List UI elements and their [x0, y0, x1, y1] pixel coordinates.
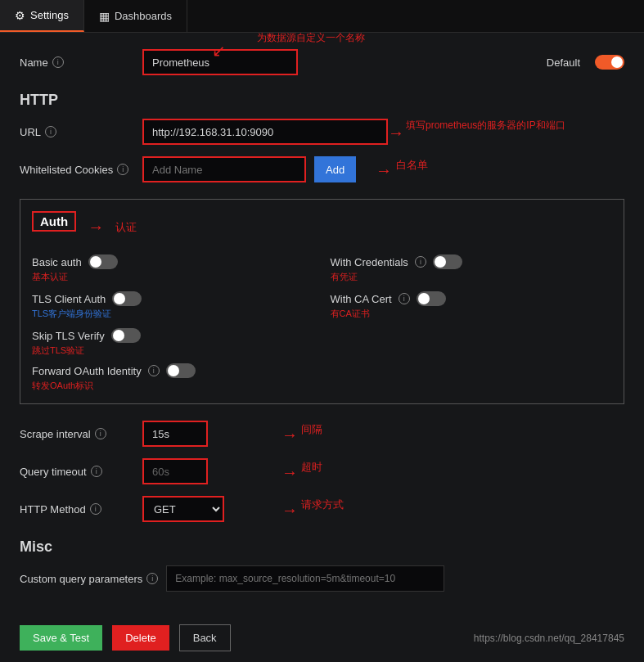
forward-oauth-info-icon[interactable]: i [148, 365, 160, 376]
with-ca-cert-toggle[interactable] [417, 291, 446, 306]
save-test-button[interactable]: Save & Test [20, 625, 102, 651]
with-credentials-toggle[interactable] [433, 254, 462, 269]
forward-oauth-toggle[interactable] [166, 363, 196, 378]
tab-settings-label: Settings [30, 9, 69, 21]
http-method-info-icon[interactable]: i [90, 503, 101, 515]
forward-oauth-item [331, 328, 613, 357]
scrape-interval-info-icon[interactable]: i [95, 428, 106, 439]
forward-oauth-sub: 转发OAuth标识 [32, 380, 612, 392]
name-row: Name i Default [20, 49, 624, 75]
skip-tls-toggle[interactable] [111, 328, 141, 343]
tls-client-item: TLS Client Auth TLS客户端身份验证 [32, 291, 314, 320]
custom-query-label: Custom query parameters i [20, 573, 158, 585]
dashboards-icon: ▦ [99, 10, 110, 23]
name-annotation: 为数据源自定义一个名称 [257, 31, 365, 45]
url-label: URL i [20, 126, 134, 138]
custom-query-input[interactable] [166, 565, 444, 592]
with-ca-cert-item: With CA Cert i 有CA证书 [331, 291, 613, 320]
forward-oauth-label: Forward OAuth Identity [32, 365, 142, 377]
method-arrow: → [281, 501, 298, 520]
cookies-label: Whitelisted Cookies i [20, 164, 134, 176]
top-nav: ⚙ Settings ▦ Dashboards [0, 0, 644, 33]
skip-tls-label: Skip TLS Verify [32, 330, 105, 342]
auth-header: Auth [32, 211, 76, 232]
skip-tls-item: Skip TLS Verify 跳过TLS验证 [32, 328, 314, 357]
cookies-arrow: → [376, 161, 392, 180]
with-credentials-info-icon[interactable]: i [415, 256, 426, 268]
with-ca-cert-info-icon[interactable]: i [399, 293, 410, 304]
query-timeout-label: Query timeout i [20, 466, 134, 478]
cookies-annotation: 白名单 [396, 158, 428, 173]
bottom-link: https://blog.csdn.net/qq_28417845 [474, 633, 624, 644]
name-info-icon[interactable]: i [52, 56, 64, 68]
tls-client-toggle[interactable] [112, 291, 142, 306]
name-label: Name i [20, 56, 134, 69]
auth-section: Auth → 认证 Basic auth 基本认证 [20, 199, 624, 404]
http-section-header: HTTP [20, 92, 624, 109]
auth-arrow: → [88, 218, 104, 236]
default-toggle[interactable] [595, 55, 624, 70]
basic-auth-item: Basic auth 基本认证 [32, 254, 314, 283]
method-annotation: 请求方式 [301, 498, 344, 512]
with-credentials-sub: 有凭证 [331, 271, 613, 283]
with-credentials-item: With Credentials i 有凭证 [331, 254, 613, 283]
cookies-row: Whitelisted Cookies i Add [20, 156, 624, 182]
back-button[interactable]: Back [179, 624, 231, 651]
scrape-arrow: → [281, 426, 298, 444]
add-cookie-button[interactable]: Add [314, 156, 356, 182]
custom-query-row: Custom query parameters i [20, 565, 624, 592]
name-arrow: ↙ [212, 41, 226, 61]
basic-auth-toggle[interactable] [88, 254, 118, 269]
main-content: Name i Default 为数据源自定义一个名称 ↙ HTTP URL i … [0, 33, 644, 662]
with-ca-cert-label: With CA Cert [331, 293, 392, 305]
tab-settings[interactable]: ⚙ Settings [0, 0, 84, 32]
cookies-input[interactable] [142, 156, 306, 182]
url-info-icon[interactable]: i [45, 126, 56, 137]
timeout-arrow: → [281, 463, 298, 482]
default-label: Default [547, 56, 580, 69]
bottom-bar: Save & Test Delete Back https://blog.csd… [20, 616, 624, 651]
scrape-interval-label: Scrape interval i [20, 428, 134, 440]
with-credentials-label: With Credentials [331, 256, 408, 268]
query-timeout-info-icon[interactable]: i [91, 466, 102, 477]
tab-dashboards-label: Dashboards [115, 10, 172, 22]
basic-auth-sub: 基本认证 [32, 271, 314, 283]
url-input[interactable] [142, 119, 388, 145]
custom-query-info-icon[interactable]: i [146, 573, 158, 584]
delete-button[interactable]: Delete [112, 625, 169, 651]
with-ca-cert-sub: 有CA证书 [331, 308, 613, 320]
skip-tls-sub: 跳过TLS验证 [32, 345, 314, 357]
timeout-annotation: 超时 [301, 460, 322, 475]
auth-grid: Basic auth 基本认证 With Credentials i [32, 254, 612, 357]
default-toggle-knob [611, 56, 623, 68]
settings-icon: ⚙ [15, 9, 25, 22]
tls-client-label: TLS Client Auth [32, 293, 106, 305]
misc-section-header: Misc [20, 538, 624, 556]
forward-oauth-row: Forward OAuth Identity i 转发OAuth标识 [32, 363, 612, 392]
query-timeout-input[interactable] [142, 458, 208, 484]
url-annotation: 填写prometheus的服务器的IP和端口 [406, 119, 565, 133]
http-method-label: HTTP Method i [20, 503, 134, 516]
scrape-annotation: 间隔 [301, 422, 322, 437]
cookies-info-icon[interactable]: i [117, 164, 128, 175]
basic-auth-label: Basic auth [32, 256, 82, 268]
http-method-select[interactable]: GET POST [142, 496, 224, 522]
tls-client-sub: TLS客户端身份验证 [32, 308, 314, 320]
auth-annotation: 认证 [115, 220, 137, 235]
url-arrow: → [388, 124, 404, 142]
tab-dashboards[interactable]: ▦ Dashboards [84, 0, 187, 32]
scrape-interval-input[interactable] [142, 421, 208, 447]
